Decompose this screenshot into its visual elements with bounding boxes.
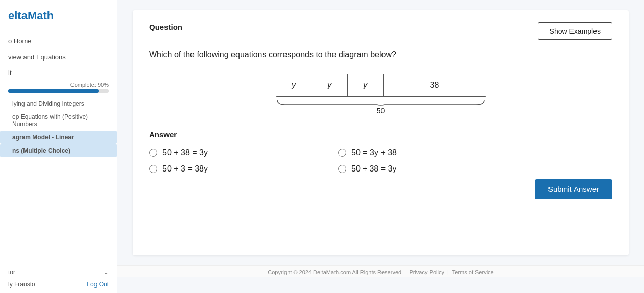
diagram-box-y2: y: [312, 74, 348, 96]
footer-bar: Copyright © 2024 DeltaMath.com All Right…: [117, 265, 644, 277]
radio-opt2[interactable]: [338, 149, 346, 157]
sidebar-subitem-multiple-choice[interactable]: ns (Multiple Choice): [0, 144, 117, 157]
footer-privacy-link[interactable]: Privacy Policy: [409, 269, 444, 275]
footer-copyright: Copyright © 2024 DeltaMath.com All Right…: [268, 269, 403, 275]
diagram-box-38: 38: [384, 74, 486, 96]
option-text-1: 50 + 38 = 3y: [162, 148, 208, 157]
answer-label: Answer: [149, 130, 612, 139]
submit-answer-button[interactable]: Submit Answer: [535, 179, 612, 199]
diagram-brace: [275, 97, 487, 106]
sidebar-footer: tor ⌄: [0, 263, 117, 281]
sidebar-item-view-equations[interactable]: view and Equations: [0, 49, 117, 65]
question-text: Which of the following equations corresp…: [149, 50, 612, 59]
diagram-box-y1: y: [276, 74, 312, 96]
sidebar-logo: eltaMath: [0, 0, 117, 28]
answer-grid: 50 + 38 = 3y 50 = 3y + 38 50 + 3 = 38y 5…: [149, 148, 507, 174]
option-text-2: 50 = 3y + 38: [351, 148, 397, 157]
progress-container: Complete: 90%: [0, 81, 117, 97]
radio-opt4[interactable]: [338, 165, 346, 173]
option-text-4: 50 ÷ 38 = 3y: [351, 164, 396, 174]
sidebar-item-home[interactable]: o Home: [0, 33, 117, 49]
answer-section: Answer 50 + 38 = 3y 50 = 3y + 38 50 + 3 …: [149, 130, 612, 174]
sidebar-username: ly Frausto: [8, 281, 35, 288]
option-text-3: 50 + 3 = 38y: [162, 164, 208, 174]
diagram-boxes: y y y 38: [276, 74, 486, 97]
sidebar: eltaMath o Home view and Equations it Co…: [0, 0, 117, 293]
diagram-container: y y y 38 50: [149, 74, 612, 115]
sidebar-subitem-multiplying[interactable]: lying and Dividing Integers: [0, 97, 117, 110]
question-header: Question Show Examples: [149, 22, 612, 40]
sidebar-role: tor: [8, 268, 15, 276]
diagram-brace-container: 50: [149, 97, 612, 115]
answer-option-1[interactable]: 50 + 38 = 3y: [149, 148, 318, 157]
sidebar-user-row: ly Frausto Log Out: [0, 281, 117, 293]
logo-math: Math: [28, 9, 54, 22]
main-card: Question Show Examples Which of the foll…: [133, 10, 629, 255]
radio-opt1[interactable]: [149, 149, 157, 157]
main-content: Question Show Examples Which of the foll…: [117, 0, 644, 293]
sidebar-subitem-step-equations[interactable]: ep Equations with (Positive) Numbers: [0, 110, 117, 131]
answer-option-3[interactable]: 50 + 3 = 38y: [149, 164, 318, 174]
diagram-brace-label: 50: [377, 107, 385, 115]
logo-delta: elta: [8, 9, 28, 22]
answer-option-2[interactable]: 50 = 3y + 38: [338, 148, 507, 157]
sidebar-item-unit[interactable]: it: [0, 65, 117, 81]
progress-label: Complete: 90%: [8, 82, 109, 88]
show-examples-button[interactable]: Show Examples: [538, 22, 612, 40]
footer-terms-link[interactable]: Terms of Service: [452, 269, 494, 275]
question-label: Question: [149, 22, 182, 31]
radio-opt3[interactable]: [149, 165, 157, 173]
progress-bar-fill: [8, 89, 99, 93]
logout-link[interactable]: Log Out: [87, 281, 109, 288]
answer-option-4[interactable]: 50 ÷ 38 = 3y: [338, 164, 507, 174]
sidebar-subitem-diagram-model[interactable]: agram Model - Linear: [0, 131, 117, 144]
sidebar-chevron-icon: ⌄: [104, 268, 109, 276]
diagram-box-y3: y: [348, 74, 384, 96]
progress-bar-bg: [8, 89, 109, 93]
sidebar-nav: o Home view and Equations it Complete: 9…: [0, 28, 117, 263]
